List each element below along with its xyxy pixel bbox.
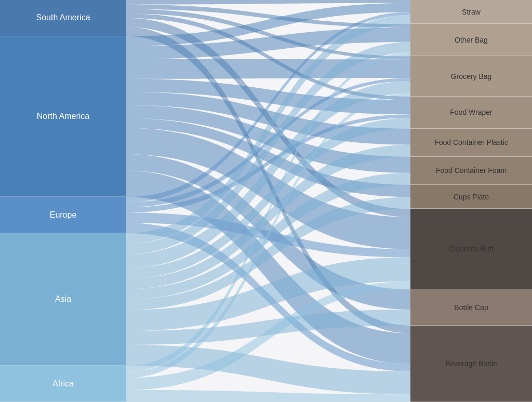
left-node-north_america: North America <box>0 36 126 197</box>
left-node-label-north_america: North America <box>37 112 89 121</box>
right-node-other_bag: Other Bag <box>410 24 532 56</box>
left-node-label-asia: Asia <box>55 294 71 304</box>
right-node-cups_plate: Cups Plate <box>410 185 532 209</box>
right-panel: StrawOther BagGrocery BagFood WraperFood… <box>410 0 532 402</box>
right-node-cigarette_butt: Cigarette Butt <box>410 209 532 289</box>
left-node-label-south_america: South America <box>36 13 90 22</box>
sankey-flows <box>126 0 410 402</box>
right-node-label-cups_plate: Cups Plate <box>454 193 489 201</box>
right-node-label-cigarette_butt: Cigarette Butt <box>449 245 494 253</box>
chart-container: South AmericaNorth AmericaEuropeAsiaAfri… <box>0 0 532 402</box>
right-node-food_wraper: Food Wraper <box>410 97 532 129</box>
right-node-food_container_plastic: Food Container Plastic <box>410 129 532 157</box>
left-panel: South AmericaNorth AmericaEuropeAsiaAfri… <box>0 0 126 402</box>
left-node-europe: Europe <box>0 197 126 233</box>
right-node-grocery_bag: Grocery Bag <box>410 56 532 96</box>
right-node-label-straw: Straw <box>462 8 481 16</box>
left-node-asia: Asia <box>0 233 126 366</box>
right-node-label-other_bag: Other Bag <box>455 36 488 44</box>
right-node-label-food_wraper: Food Wraper <box>450 108 492 116</box>
right-node-label-grocery_bag: Grocery Bag <box>451 72 492 81</box>
right-node-label-beverage_bottle: Beverage Bottle <box>445 359 497 368</box>
left-node-south_america: South America <box>0 0 126 36</box>
left-node-label-europe: Europe <box>50 210 77 220</box>
left-node-africa: Africa <box>0 366 126 402</box>
right-node-straw: Straw <box>410 0 532 24</box>
right-node-label-food_container_foam: Food Container Foam <box>436 166 507 175</box>
right-node-food_container_foam: Food Container Foam <box>410 157 532 185</box>
right-node-label-food_container_plastic: Food Container Plastic <box>434 138 508 146</box>
right-node-beverage_bottle: Beverage Bottle <box>410 326 532 402</box>
right-node-label-bottle_cap: Bottle Cap <box>454 303 488 312</box>
right-node-bottle_cap: Bottle Cap <box>410 289 532 326</box>
left-node-label-africa: Africa <box>52 379 74 388</box>
